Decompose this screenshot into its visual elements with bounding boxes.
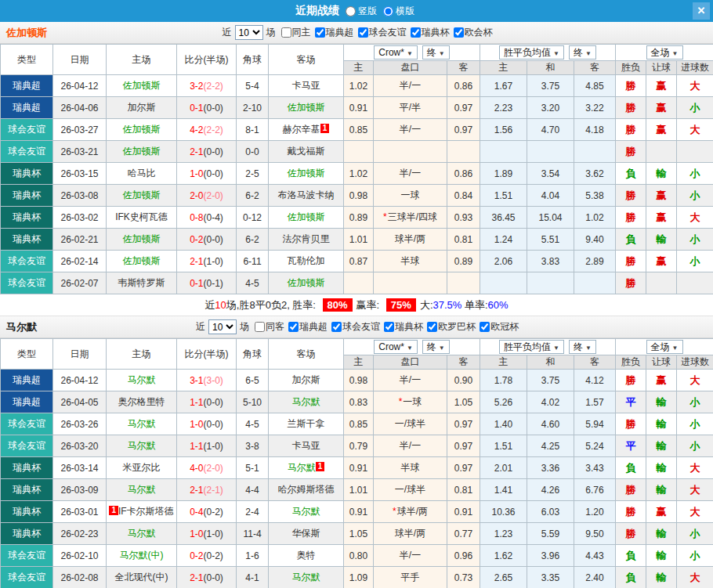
away-team-cell: 奥特: [269, 545, 344, 567]
dropdown-终[interactable]: 终▼: [569, 340, 596, 354]
summary-text: 60%: [488, 299, 509, 311]
dropdown-终[interactable]: 终▼: [422, 45, 450, 60]
filter-同主[interactable]: 同主: [277, 26, 311, 39]
result-goals-cell: 小: [677, 251, 713, 272]
halftime-score: (2-1): [204, 485, 223, 496]
handicap-cell: 一/球半: [374, 413, 447, 435]
filter-球会友谊[interactable]: 球会友谊: [328, 320, 380, 334]
header-group-cell: 胜平负均值▼终▼: [480, 45, 616, 61]
filter-checkbox-球会友谊[interactable]: [331, 322, 342, 332]
avg-away-cell: 6.76: [574, 479, 616, 501]
layout-option-horizontal[interactable]: 横版: [383, 5, 414, 18]
red-card-badge: 1: [109, 506, 118, 515]
filter-checkbox-同主[interactable]: [281, 27, 291, 38]
score-cell: 3-1(3-0): [177, 370, 237, 391]
date-cell: 26-02-08: [53, 567, 107, 588]
score-cell: 4-2(2-2): [177, 119, 237, 141]
vertical-radio-label: 竖版: [358, 5, 377, 18]
vertical-radio[interactable]: [346, 6, 356, 16]
handicap-cell: 半球: [374, 251, 447, 272]
date-cell: 26-02-10: [53, 545, 107, 567]
date-cell: 26-04-06: [53, 97, 107, 119]
halftime-score: (1-0): [204, 528, 223, 539]
filter-label: 同客: [266, 320, 284, 334]
avg-draw-cell: 4.02: [527, 391, 574, 413]
recent-count-select[interactable]: 10: [208, 319, 237, 334]
avg-draw-cell: 4.25: [527, 435, 574, 457]
away-team-name: 瓦勒伦加: [288, 255, 325, 266]
header-group-row: 类型日期主场比分(半场)角球客场Crow*▼终▼胜平负均值▼终▼全场▼: [1, 45, 713, 61]
avg-home-cell: 2.65: [480, 567, 527, 588]
filter-checkbox-欧冠杯[interactable]: [480, 322, 490, 332]
handicap-text: 半/一: [400, 440, 421, 451]
close-icon[interactable]: ✕: [693, 2, 710, 20]
handicap-text: 一/球半: [395, 484, 425, 495]
filter-checkbox-球会友谊[interactable]: [358, 27, 368, 38]
dropdown-终[interactable]: 终▼: [422, 340, 450, 354]
home-team-name: 马尔默(中): [120, 550, 164, 561]
header-group-cell: Crow*▼终▼: [344, 45, 480, 61]
filter-欧冠杯[interactable]: 欧冠杯: [476, 320, 519, 334]
avg-home-cell: 1.23: [480, 523, 527, 545]
avg-home-cell: 1.41: [480, 479, 527, 501]
away-team-cell: 佐加顿斯: [269, 163, 344, 185]
horizontal-radio[interactable]: [383, 6, 393, 16]
corner-cell: 5-1: [237, 457, 269, 479]
handicap-cell: 球半/两: [374, 229, 447, 251]
filter-同客[interactable]: 同客: [251, 320, 284, 334]
filter-checkbox-瑞典杯[interactable]: [411, 27, 421, 38]
dropdown-Crow*[interactable]: Crow*▼: [374, 45, 418, 60]
dropdown-胜平负均值[interactable]: 胜平负均值▼: [499, 340, 564, 354]
matches-label: 场: [266, 26, 276, 39]
dropdown-全场[interactable]: 全场▼: [646, 340, 683, 354]
filter-checkbox-瑞典杯[interactable]: [384, 322, 394, 332]
away-team-cell: 法尔肯贝里: [269, 229, 344, 251]
dropdown-终[interactable]: 终▼: [569, 45, 596, 60]
filter-欧会杯[interactable]: 欧会杯: [450, 26, 493, 39]
dropdown-Crow*[interactable]: Crow*▼: [374, 340, 418, 354]
column-header: 角球: [237, 339, 269, 370]
filter-球会友谊[interactable]: 球会友谊: [354, 26, 407, 39]
handicap-text: 三球半/四球: [388, 211, 437, 222]
date-cell: 26-03-27: [53, 119, 107, 141]
filter-checkbox-欧罗巴杯[interactable]: [427, 322, 437, 332]
result-wdl-cell: 勝: [616, 141, 646, 163]
avg-away-cell: 9.50: [574, 523, 616, 545]
filter-瑞典超[interactable]: 瑞典超: [284, 320, 328, 334]
away-team-cell: 布洛马波卡纳: [269, 185, 344, 207]
filter-checkbox-瑞典超[interactable]: [288, 322, 299, 332]
odds-away-cell: 0.81: [447, 229, 480, 251]
filter-瑞典超[interactable]: 瑞典超: [311, 26, 354, 39]
result-goals-cell: 小: [677, 391, 713, 413]
recent-count-select[interactable]: 10: [235, 25, 263, 40]
filter-checkbox-同客[interactable]: [255, 322, 265, 332]
odds-home-cell: 1.05: [344, 523, 374, 545]
home-team-cell: 全北现代(中): [107, 567, 177, 588]
filter-label: 欧会杯: [465, 26, 493, 39]
home-team-cell: 哈马比: [107, 163, 177, 185]
odds-home-cell: 1.09: [344, 567, 374, 588]
home-team-cell: 佐加顿斯: [107, 141, 177, 163]
result-handicap-cell: 赢: [646, 119, 677, 141]
filter-瑞典杯[interactable]: 瑞典杯: [407, 26, 450, 39]
column-header: 客场: [269, 45, 344, 75]
handicap-text: 一/球半: [395, 418, 425, 429]
filter-checkbox-欧会杯[interactable]: [454, 27, 464, 38]
avg-home-cell: 1.67: [480, 75, 527, 97]
dropdown-全场[interactable]: 全场▼: [646, 45, 683, 60]
match-row: 球会友谊26-03-26马尔默1-0(0-0)4-5兰斯干拿0.85一/球半0.…: [1, 413, 713, 435]
avg-draw-cell: 15.04: [527, 207, 574, 229]
fulltime-score: 2-1: [190, 572, 203, 583]
filter-欧罗巴杯[interactable]: 欧罗巴杯: [423, 320, 476, 334]
corner-cell: 6-11: [237, 251, 269, 272]
result-handicap-cell: 赢: [646, 207, 677, 229]
column-header: 角球: [237, 45, 269, 75]
dropdown-胜平负均值[interactable]: 胜平负均值▼: [499, 45, 564, 60]
filter-checkbox-瑞典超[interactable]: [315, 27, 325, 38]
halftime-score: (1-0): [204, 256, 223, 267]
team-name: 佐加顿斯: [6, 26, 47, 40]
result-wdl-cell: 勝: [616, 207, 646, 229]
filter-瑞典杯[interactable]: 瑞典杯: [380, 320, 423, 334]
layout-option-vertical[interactable]: 竖版: [346, 5, 377, 18]
avg-home-cell: 5.26: [480, 391, 527, 413]
